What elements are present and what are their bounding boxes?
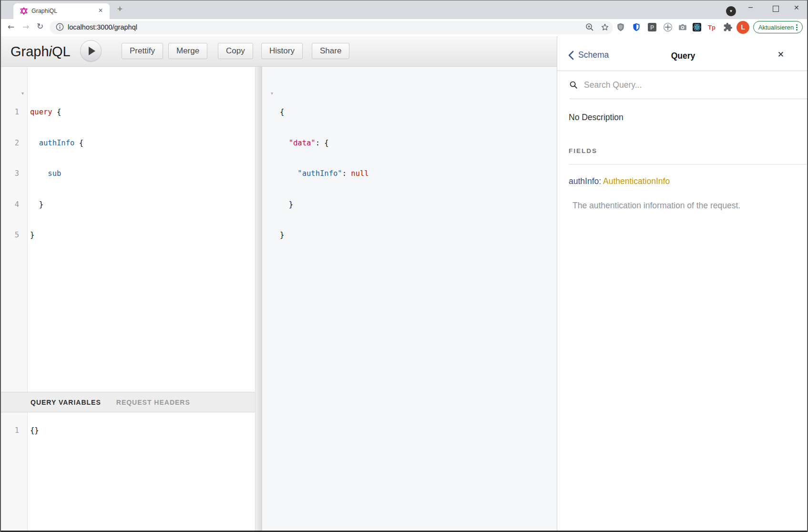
history-button[interactable]: History [261, 43, 303, 59]
tab-close-icon[interactable]: ✕ [98, 7, 103, 14]
tab-title: GraphiQL [31, 8, 57, 14]
search-icon [570, 81, 578, 89]
fields-heading: FIELDS [569, 147, 597, 154]
url-text[interactable]: localhost:3000/graphql [68, 23, 137, 31]
share-button[interactable]: Share [312, 43, 349, 59]
tab-request-headers[interactable]: REQUEST HEADERS [116, 399, 190, 406]
variables-line-number: 1 [1, 426, 19, 436]
window-close-button[interactable]: ✕ [794, 4, 799, 11]
window-minimize-button[interactable]: – [748, 3, 753, 11]
reload-button[interactable]: ↻ [37, 21, 43, 31]
forward-button[interactable]: → [22, 22, 29, 31]
react-devtools-icon[interactable] [692, 22, 702, 32]
update-button-label: Aktualisieren [758, 24, 794, 31]
ublock-origin-icon[interactable] [616, 22, 625, 32]
merge-button[interactable]: Merge [168, 43, 207, 59]
crosshair-extension-icon[interactable] [663, 22, 673, 32]
no-description-text: No Description [569, 113, 624, 123]
fold-arrow-icon[interactable]: ▾ [21, 88, 24, 99]
browser-tab[interactable]: GraphiQL ✕ [13, 3, 110, 19]
variables-editor[interactable]: 1 {} [1, 412, 255, 531]
field-row: authInfo: AuthenticationInfo [569, 176, 670, 186]
prettify-button[interactable]: Prettify [122, 43, 163, 59]
execute-query-button[interactable] [80, 40, 102, 61]
camera-screenshot-icon[interactable] [678, 22, 687, 32]
doc-explorer-header: Schema Query ✕ [557, 36, 808, 71]
graphiql-logo: GraphiQL [10, 44, 71, 60]
browser-menu-icon [796, 24, 798, 31]
variables-code[interactable]: {} [30, 426, 39, 436]
bitwarden-icon[interactable] [632, 22, 641, 32]
browser-window: GraphiQL ✕ + ▼ – ✕ ← → ↻ localhost:3000/… [0, 0, 808, 532]
variables-tab-bar: QUERY VARIABLES REQUEST HEADERS [1, 392, 255, 412]
doc-explorer-title: Query [557, 51, 808, 61]
new-tab-button[interactable]: + [117, 4, 123, 14]
query-code[interactable]: query { authInfo { sub } } [30, 87, 83, 261]
profile-avatar[interactable]: L [736, 21, 749, 34]
page-info-icon[interactable] [56, 23, 64, 31]
result-json: { "data": { "authInfo": null } } [280, 87, 369, 261]
result-pane: ▾ { "data": { "authInfo": null } } [262, 67, 557, 531]
query-editor[interactable]: 1 2 3 4 5 ▾ query { authInfo { sub } } Q… [1, 67, 255, 531]
zoom-level-icon[interactable] [585, 23, 594, 31]
media-controls-button[interactable]: ▼ [726, 6, 736, 16]
back-button[interactable]: ← [8, 22, 14, 31]
play-icon [89, 47, 95, 55]
field-name-link[interactable]: authInfo [569, 176, 599, 186]
extensions-puzzle-icon[interactable] [723, 22, 733, 32]
tampermonkey-icon[interactable]: Tp [708, 24, 717, 33]
chrome-update-button[interactable]: Aktualisieren [753, 21, 803, 33]
result-fold-arrow-icon[interactable]: ▾ [271, 88, 273, 99]
pane-resize-divider[interactable] [255, 67, 262, 531]
bookmark-star-icon[interactable] [601, 23, 609, 31]
p-extension-icon[interactable]: P [647, 22, 657, 32]
copy-button[interactable]: Copy [218, 43, 253, 59]
query-line-numbers: 1 2 3 4 5 [1, 87, 19, 261]
fields-divider [569, 164, 808, 164]
field-separator: : [599, 176, 603, 186]
window-maximize-button[interactable] [773, 6, 779, 12]
svg-text:P: P [650, 24, 654, 31]
tab-query-variables[interactable]: QUERY VARIABLES [31, 399, 101, 406]
graphql-favicon-icon [20, 7, 28, 15]
doc-close-icon[interactable]: ✕ [777, 50, 784, 60]
doc-search-input[interactable] [583, 80, 785, 91]
field-description: The authentication information of the re… [573, 201, 740, 211]
doc-search-box [570, 71, 808, 99]
type-name-link[interactable]: AuthenticationInfo [603, 176, 670, 186]
doc-explorer-panel: Schema Query ✕ No Description FIELDS aut… [557, 36, 808, 531]
